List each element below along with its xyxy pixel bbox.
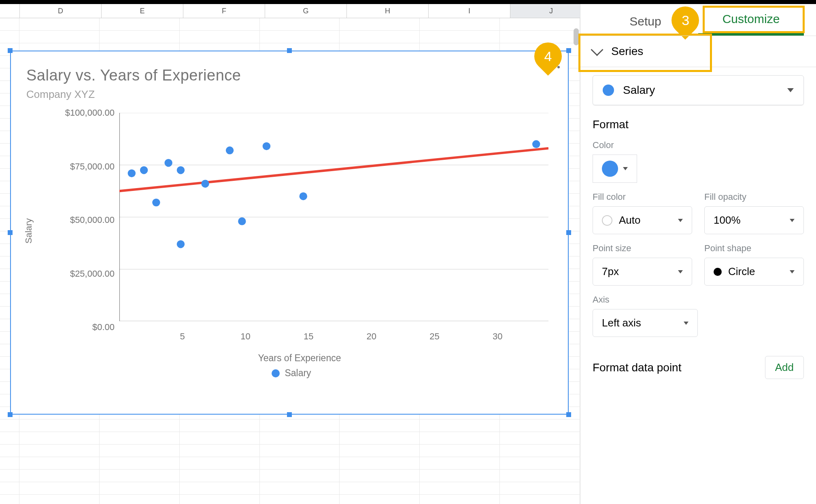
chart-title: Salary vs. Years of Experience (26, 67, 557, 84)
spreadsheet-area: DEFGHIJ Salary vs. Years of Experience C… (0, 4, 580, 504)
point-size-dropdown[interactable]: 7px (593, 258, 692, 286)
circle-shape-icon (714, 268, 722, 276)
format-heading: Format (593, 118, 804, 131)
x-tick-label: 20 (367, 331, 376, 342)
caret-down-icon (790, 270, 795, 273)
format-data-point-label: Format data point (593, 361, 681, 374)
y-tick-label: $0.00 (92, 322, 115, 332)
x-axis-label: Years of Experience (258, 353, 341, 364)
caret-down-icon (678, 219, 683, 222)
editor-tabs: Setup Customize 3 (580, 4, 816, 36)
caret-down-icon (623, 167, 628, 170)
fill-color-value: Auto (619, 214, 641, 227)
point-shape-dropdown[interactable]: Circle (704, 258, 804, 286)
fill-color-dropdown[interactable]: Auto (593, 206, 692, 234)
data-point (201, 180, 209, 188)
y-tick-label: $50,000.00 (70, 215, 115, 225)
column-header[interactable]: I (429, 4, 510, 18)
x-tick-label: 15 (304, 331, 313, 342)
caret-down-icon (790, 219, 795, 222)
data-point (263, 142, 270, 150)
y-tick-label: $75,000.00 (70, 161, 115, 172)
data-point (238, 217, 246, 225)
column-header[interactable]: H (347, 4, 429, 18)
point-size-value: 7px (602, 265, 619, 278)
caret-down-icon (678, 270, 683, 273)
fill-opacity-label: Fill opacity (704, 192, 804, 202)
axis-dropdown[interactable]: Left axis (593, 309, 698, 337)
column-header[interactable] (0, 4, 20, 18)
data-point (532, 140, 540, 148)
column-header[interactable]: E (102, 4, 183, 18)
caret-down-icon (787, 88, 794, 92)
data-point (177, 240, 185, 248)
series-selector-dropdown[interactable]: Salary (593, 75, 804, 105)
y-tick-label: $25,000.00 (70, 269, 115, 279)
fill-opacity-value: 100% (714, 214, 741, 227)
chart-editor-sidebar: Setup Customize 3 Series Salary Format C… (580, 4, 816, 504)
column-header[interactable]: G (265, 4, 347, 18)
auto-color-icon (602, 215, 612, 226)
color-label: Color (593, 140, 804, 150)
x-tick-label: 30 (493, 331, 502, 342)
caret-down-icon (684, 322, 688, 325)
data-point (140, 166, 148, 174)
data-point (177, 166, 185, 174)
point-size-label: Point size (593, 243, 692, 254)
y-tick-label: $100,000.00 (65, 108, 115, 118)
series-color-picker[interactable] (593, 155, 637, 183)
axis-value: Left axis (602, 317, 641, 329)
data-point (226, 146, 234, 154)
chart-plot-area (119, 113, 548, 321)
axis-label: Axis (593, 294, 804, 305)
x-tick-label: 25 (429, 331, 439, 342)
data-point (152, 199, 160, 206)
data-point (164, 159, 172, 167)
x-tick-label: 10 (240, 331, 250, 342)
column-header[interactable]: D (20, 4, 102, 18)
annotation-4-highlight (578, 34, 712, 72)
column-header[interactable]: J (510, 4, 580, 18)
chart-object[interactable]: Salary vs. Years of Experience Company X… (10, 51, 569, 415)
y-axis-label: Salary (23, 218, 34, 244)
annotation-3-highlight (703, 6, 805, 33)
data-point (300, 192, 307, 200)
fill-color-label: Fill color (593, 192, 692, 202)
chart-subtitle: Company XYZ (26, 88, 557, 101)
column-header[interactable]: F (183, 4, 265, 18)
legend-marker-icon (272, 369, 280, 377)
series-color-icon (603, 85, 614, 96)
fill-opacity-dropdown[interactable]: 100% (704, 206, 804, 234)
data-point (128, 169, 136, 177)
color-swatch-icon (602, 161, 618, 177)
legend-label: Salary (285, 368, 311, 379)
x-tick-label: 5 (180, 331, 185, 342)
series-selector-value: Salary (623, 84, 655, 97)
add-data-point-button[interactable]: Add (765, 356, 804, 379)
point-shape-value: Circle (728, 265, 755, 278)
point-shape-label: Point shape (704, 243, 804, 254)
annotation-4-badge: 4 (529, 37, 567, 76)
